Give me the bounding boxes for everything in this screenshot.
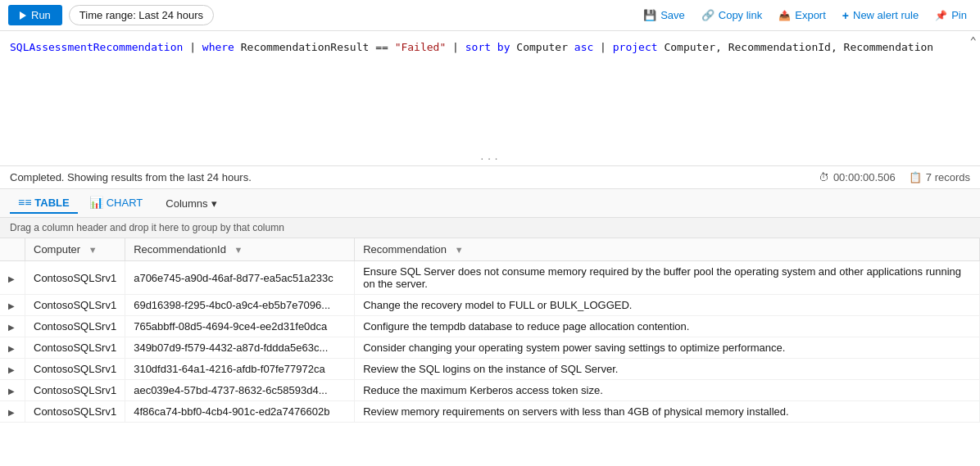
view-tabs: ≡≡ TABLE 📊 CHART Columns ▾: [0, 189, 980, 218]
computer-col-label: Computer: [34, 243, 80, 256]
copy-link-button[interactable]: Copy link: [696, 6, 767, 25]
recid-filter-icon[interactable]: ▼: [234, 245, 243, 255]
rec-col-label: Recommendation: [363, 243, 447, 256]
save-icon: [643, 9, 656, 21]
computer-cell: ContosoSQLSrv1: [25, 401, 125, 423]
export-button[interactable]: Export: [774, 6, 831, 25]
rec-cell: Review memory requirements on servers wi…: [355, 401, 980, 423]
expand-cell[interactable]: ▶: [0, 295, 25, 316]
columns-label: Columns: [166, 197, 207, 210]
expand-cell[interactable]: ▶: [0, 359, 25, 380]
tab-table-label: TABLE: [34, 197, 69, 209]
pin-label: Pin: [951, 9, 967, 21]
export-label: Export: [795, 9, 826, 21]
rec-cell: Ensure SQL Server does not consume memor…: [355, 261, 980, 295]
table-row[interactable]: ▶ ContosoSQLSrv1 765abbff-08d5-4694-9ce4…: [0, 316, 980, 337]
rec-cell: Consider changing your operating system …: [355, 337, 980, 359]
time-range-button[interactable]: Time range: Last 24 hours: [69, 5, 214, 25]
tab-chart-label: CHART: [107, 197, 143, 209]
table-row[interactable]: ▶ ContosoSQLSrv1 a706e745-a90d-46af-8d77…: [0, 261, 980, 295]
bell-icon: [842, 9, 849, 22]
recid-cell: 310dfd31-64a1-4216-afdb-f07fe77972ca: [125, 359, 355, 380]
rec-filter-icon[interactable]: ▼: [455, 245, 464, 255]
table-header-row: Computer ▼ RecommendationId ▼ Recommenda…: [0, 238, 980, 261]
expand-cell[interactable]: ▶: [0, 401, 25, 423]
recid-cell: 4f86ca74-bbf0-4cb4-901c-ed2a7476602b: [125, 401, 355, 423]
chevron-down-icon: ▾: [211, 197, 217, 210]
computer-cell: ContosoSQLSrv1: [25, 337, 125, 359]
table-icon: ≡≡: [18, 196, 31, 209]
toolbar: Run Time range: Last 24 hours Save Copy …: [0, 0, 980, 31]
computer-col-header: Computer ▼: [25, 238, 125, 261]
expand-icon[interactable]: ▶: [8, 301, 15, 310]
expand-cell[interactable]: ▶: [0, 337, 25, 359]
table-row[interactable]: ▶ ContosoSQLSrv1 69d16398-f295-4bc0-a9c4…: [0, 295, 980, 316]
collapse-button[interactable]: ⌃: [970, 34, 977, 48]
expand-cell[interactable]: ▶: [0, 316, 25, 337]
recid-cell: a706e745-a90d-46af-8d77-ea5ac51a233c: [125, 261, 355, 295]
play-icon: [20, 11, 26, 20]
computer-cell: ContosoSQLSrv1: [25, 261, 125, 295]
status-right: 00:00:00.506 7 records: [819, 171, 970, 183]
time-range-label: Time range: Last 24 hours: [79, 9, 203, 21]
new-alert-button[interactable]: New alert rule: [837, 6, 923, 25]
recid-cell: 765abbff-08d5-4694-9ce4-ee2d31fe0dca: [125, 316, 355, 337]
table-row[interactable]: ▶ ContosoSQLSrv1 aec039e4-57bd-4737-8632…: [0, 380, 980, 401]
pin-icon: [935, 9, 947, 21]
doc-icon: [909, 171, 922, 183]
results-table: Computer ▼ RecommendationId ▼ Recommenda…: [0, 238, 980, 423]
expand-icon[interactable]: ▶: [8, 365, 15, 374]
copy-link-label: Copy link: [719, 9, 762, 21]
rec-cell: Review the SQL logins on the instance of…: [355, 359, 980, 380]
columns-button[interactable]: Columns ▾: [157, 194, 225, 213]
rec-col-header: Recommendation ▼: [355, 238, 980, 261]
expand-col-header: [0, 238, 25, 261]
results-table-wrapper[interactable]: Computer ▼ RecommendationId ▼ Recommenda…: [0, 238, 980, 423]
tab-table[interactable]: ≡≡ TABLE: [10, 192, 78, 214]
run-label: Run: [31, 9, 51, 21]
recid-col-label: RecommendationId: [134, 243, 226, 256]
drag-hint: Drag a column header and drop it here to…: [0, 218, 980, 238]
status-message: Completed. Showing results from the last…: [10, 171, 819, 183]
new-alert-label: New alert rule: [853, 9, 919, 21]
table-row[interactable]: ▶ ContosoSQLSrv1 310dfd31-64a1-4216-afdb…: [0, 359, 980, 380]
query-text: SQLAssessmentRecommendation | where Reco…: [10, 39, 970, 56]
expand-cell[interactable]: ▶: [0, 380, 25, 401]
expand-icon[interactable]: ▶: [8, 323, 15, 332]
drag-hint-text: Drag a column header and drop it here to…: [10, 222, 284, 233]
save-button[interactable]: Save: [638, 6, 690, 25]
export-icon: [778, 9, 791, 21]
table-row[interactable]: ▶ ContosoSQLSrv1 4f86ca74-bbf0-4cb4-901c…: [0, 401, 980, 423]
query-editor[interactable]: SQLAssessmentRecommendation | where Reco…: [0, 31, 980, 166]
computer-cell: ContosoSQLSrv1: [25, 295, 125, 316]
records-value: 7 records: [926, 171, 970, 183]
expand-icon[interactable]: ▶: [8, 408, 15, 417]
recid-col-header: RecommendationId ▼: [125, 238, 355, 261]
rec-cell: Reduce the maximum Kerberos access token…: [355, 380, 980, 401]
recid-cell: 349b07d9-f579-4432-a87d-fddda5e63c...: [125, 337, 355, 359]
run-button[interactable]: Run: [8, 5, 62, 25]
rec-cell: Change the recovery model to FULL or BUL…: [355, 295, 980, 316]
tab-chart[interactable]: 📊 CHART: [81, 192, 152, 214]
clock-icon: [819, 171, 829, 183]
recid-cell: 69d16398-f295-4bc0-a9c4-eb5b7e7096...: [125, 295, 355, 316]
computer-cell: ContosoSQLSrv1: [25, 316, 125, 337]
duration-display: 00:00:00.506: [819, 171, 896, 183]
table-row[interactable]: ▶ ContosoSQLSrv1 349b07d9-f579-4432-a87d…: [0, 337, 980, 359]
expand-icon[interactable]: ▶: [8, 344, 15, 353]
computer-cell: ContosoSQLSrv1: [25, 359, 125, 380]
expand-cell[interactable]: ▶: [0, 261, 25, 295]
expand-icon[interactable]: ▶: [8, 274, 15, 283]
computer-cell: ContosoSQLSrv1: [25, 380, 125, 401]
expand-icon[interactable]: ▶: [8, 387, 15, 396]
status-bar: Completed. Showing results from the last…: [0, 166, 980, 189]
records-display: 7 records: [909, 171, 970, 183]
scroll-hint: ...: [479, 152, 501, 162]
table-body: ▶ ContosoSQLSrv1 a706e745-a90d-46af-8d77…: [0, 261, 980, 423]
computer-filter-icon[interactable]: ▼: [88, 245, 98, 255]
link-icon: [701, 9, 715, 21]
duration-value: 00:00:00.506: [833, 171, 896, 183]
rec-cell: Configure the tempdb database to reduce …: [355, 316, 980, 337]
pin-button[interactable]: Pin: [930, 6, 972, 25]
save-label: Save: [660, 9, 685, 21]
